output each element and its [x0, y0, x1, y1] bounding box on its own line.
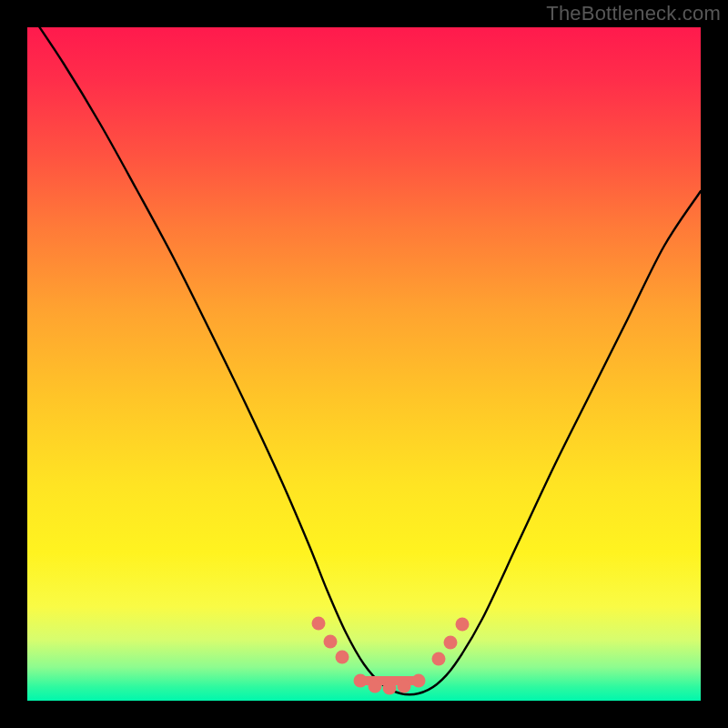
- right-dot-3: [456, 618, 470, 632]
- bottleneck-curve: [27, 27, 701, 694]
- plot-area: [27, 27, 701, 701]
- right-dot-2: [444, 636, 458, 650]
- flat-dot-5: [412, 674, 426, 688]
- flat-dot-1: [354, 674, 368, 688]
- chart-svg: [27, 27, 701, 701]
- watermark-text: TheBottleneck.com: [546, 2, 721, 25]
- flat-dot-4: [398, 680, 411, 693]
- outer-frame: TheBottleneck.com: [0, 0, 728, 728]
- flat-dot-3: [383, 682, 397, 695]
- marker-group: [312, 617, 470, 695]
- left-dot-1: [312, 617, 326, 631]
- flat-dot-2: [369, 680, 382, 693]
- left-dot-3: [336, 651, 349, 664]
- right-dot-1: [432, 652, 446, 666]
- left-dot-2: [324, 635, 338, 649]
